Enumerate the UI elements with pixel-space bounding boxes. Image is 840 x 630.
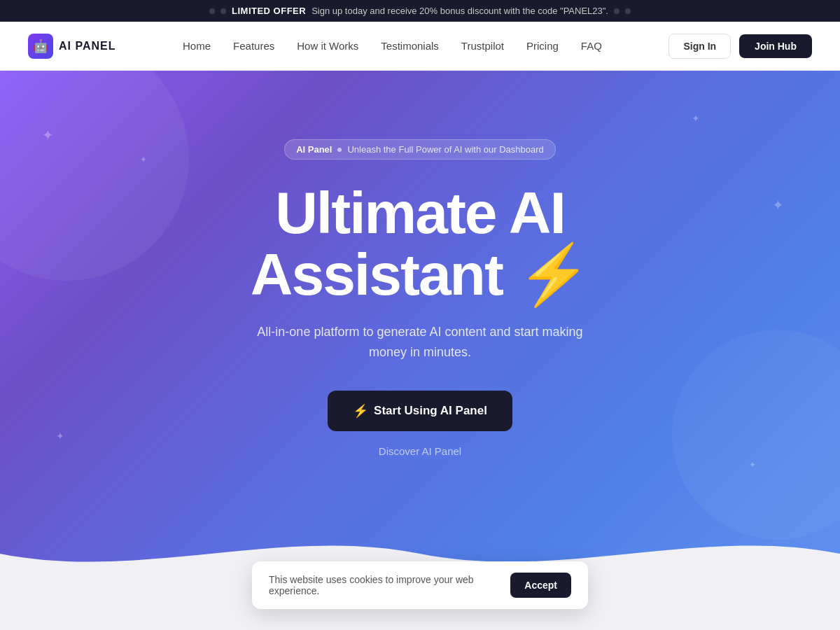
sparkle-icon-1: ✦ <box>42 127 54 144</box>
cta-button[interactable]: ⚡ Start Using AI Panel <box>328 391 512 431</box>
robot-icon: 🤖 <box>33 38 48 54</box>
signin-button[interactable]: Sign In <box>668 34 731 59</box>
hero-content: AI Panel Unleash the Full Power of AI wi… <box>237 139 603 457</box>
nav-trustpilot[interactable]: Trustpilot <box>461 40 504 52</box>
navbar: 🤖 AI PANEL Home Features How it Works Te… <box>0 22 840 71</box>
discover-link[interactable]: Discover AI Panel <box>379 445 461 457</box>
sparkle-icon-4: ✦ <box>772 197 784 214</box>
hero-title-line1: Ultimate AIAssistant ⚡ <box>251 180 589 307</box>
hero-badge: AI Panel Unleash the Full Power of AI wi… <box>284 139 556 160</box>
nav-home[interactable]: Home <box>183 40 211 52</box>
nav-faq[interactable]: FAQ <box>581 40 602 52</box>
join-button[interactable]: Join Hub <box>739 34 812 58</box>
announcement-bar: LIMITED OFFER Sign up today and receive … <box>0 0 840 22</box>
sparkle-icon-2: ✦ <box>140 155 147 164</box>
badge-brand: AI Panel <box>296 144 332 155</box>
nav-pricing[interactable]: Pricing <box>526 40 559 52</box>
hero-section: ✦ ✦ ✦ ✦ ✦ ✦ AI Panel Unleash the Full Po… <box>0 71 840 582</box>
badge-dot <box>337 148 342 152</box>
sparkle-icon-3: ✦ <box>692 113 700 124</box>
nav-actions: Sign In Join Hub <box>668 34 812 59</box>
logo-icon: 🤖 <box>28 34 53 59</box>
sparkle-icon-5: ✦ <box>56 430 64 442</box>
offer-text: Sign up today and receive 20% bonus disc… <box>312 6 608 16</box>
badge-text: Unleash the Full Power of AI with our Da… <box>347 144 543 155</box>
accept-cookies-button[interactable]: Accept <box>510 573 571 598</box>
nav-features[interactable]: Features <box>233 40 274 52</box>
cta-label: Start Using AI Panel <box>374 404 487 418</box>
nav-testimonials[interactable]: Testimonials <box>381 40 439 52</box>
logo[interactable]: 🤖 AI PANEL <box>28 34 115 59</box>
sparkle-icon-6: ✦ <box>749 460 756 470</box>
cookie-text: This website uses cookies to improve you… <box>269 574 496 596</box>
offer-label: LIMITED OFFER <box>232 6 306 16</box>
logo-text: AI PANEL <box>59 40 115 52</box>
cookie-banner: This website uses cookies to improve you… <box>252 561 588 609</box>
nav-how-it-works[interactable]: How it Works <box>297 40 358 52</box>
hero-title: Ultimate AIAssistant ⚡ <box>251 182 589 305</box>
hero-subtitle: All-in-one platform to generate AI conte… <box>252 322 588 363</box>
nav-links: Home Features How it Works Testimonials … <box>183 40 602 52</box>
cta-lightning-icon: ⚡ <box>353 403 368 419</box>
lightning-icon: ⚡ <box>517 244 589 305</box>
